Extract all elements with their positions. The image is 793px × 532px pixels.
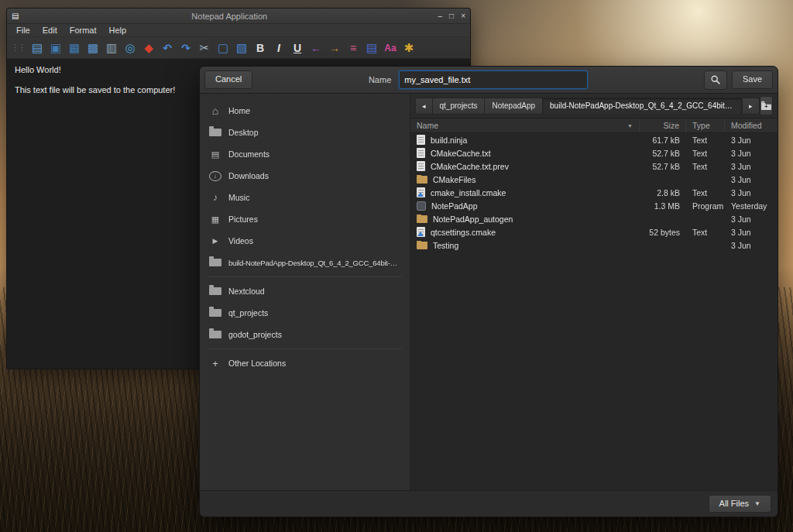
file-type: Text xyxy=(686,228,725,237)
align-lines-icon[interactable]: ≡ xyxy=(344,39,362,57)
breadcrumb-button[interactable]: build-NotePadApp-Desktop_Qt_6_4_2_GCC_64… xyxy=(543,98,743,115)
file-name: CMakeCache.txt xyxy=(431,149,491,158)
column-header-modified[interactable]: Modified xyxy=(725,118,778,132)
chevron-down-icon: ▼ xyxy=(754,500,760,508)
file-name: build.ninja xyxy=(431,136,467,145)
cut-icon[interactable]: ✂ xyxy=(195,39,214,57)
sidebar-item-label: Other Locations xyxy=(228,359,286,368)
file-type: Text xyxy=(686,149,725,158)
sidebar-item-pictures[interactable]: Pictures xyxy=(200,208,410,230)
underline-icon[interactable]: U xyxy=(288,39,307,57)
menu-item[interactable]: Edit xyxy=(36,25,64,36)
column-header-type[interactable]: Type xyxy=(686,118,725,132)
sidebar-item-build-debug[interactable]: build-NotePadApp-Desktop_Qt_6_4_2_GCC_64… xyxy=(200,252,410,273)
sort-descending-icon: ▼ xyxy=(627,123,633,129)
new-folder-icon: + xyxy=(760,101,772,111)
search-icon[interactable]: ◎ xyxy=(121,39,139,57)
toolbar-grip[interactable]: ⋮⋮ xyxy=(11,43,25,53)
notepad-titlebar[interactable]: ▤ Notepad Application – □ × xyxy=(7,9,470,24)
file-modified: Yesterday xyxy=(725,201,778,211)
sidebar-item-label: Downloads xyxy=(228,171,269,180)
save-file-dialog: Cancel Name Save Home xyxy=(199,66,778,517)
file-size: 52.7 kB xyxy=(640,149,686,158)
file-size: 1.3 MB xyxy=(640,201,686,211)
copy-icon[interactable]: ▢ xyxy=(214,39,232,57)
sidebar-item-desktop[interactable]: Desktop xyxy=(200,122,410,143)
print-icon[interactable]: ▥ xyxy=(102,39,121,57)
save-as-icon[interactable]: ▩ xyxy=(84,39,102,57)
sidebar-item-music[interactable]: Music xyxy=(200,187,410,208)
file-list: build.ninja 61.7 kB Text 3 Jun CMakeCach… xyxy=(410,133,778,252)
file-row[interactable]: NotePadApp_autogen 3 Jun xyxy=(410,212,778,225)
menu-item[interactable]: Format xyxy=(64,25,103,36)
open-folder-icon[interactable]: ▣ xyxy=(46,39,65,57)
file-modified: 3 Jun xyxy=(725,149,778,158)
folder-icon xyxy=(209,309,221,317)
dialog-bottom-bar: All Files ▼ xyxy=(200,490,778,517)
sidebar-item-qt-projects[interactable]: qt_projects xyxy=(200,302,410,324)
column-header-size[interactable]: Size xyxy=(640,118,686,132)
export-pdf-icon[interactable]: ◆ xyxy=(139,39,158,57)
file-row[interactable]: NotePadApp 1.3 MB Program Yesterday xyxy=(410,199,778,212)
save-button[interactable]: Save xyxy=(732,70,773,88)
file-row[interactable]: CMakeCache.txt.prev 52.7 kB Text 3 Jun xyxy=(410,160,778,173)
file-modified: 3 Jun xyxy=(725,136,778,145)
search-button[interactable] xyxy=(704,70,727,90)
sidebar-item-nextcloud[interactable]: Nextcloud xyxy=(200,280,410,302)
file-row[interactable]: Testing 3 Jun xyxy=(410,239,778,252)
save-icon[interactable]: ▦ xyxy=(65,39,84,57)
breadcrumb-button[interactable]: NotepadApp xyxy=(485,98,543,115)
new-folder-button[interactable]: + xyxy=(760,96,773,115)
file-size: 52 bytes xyxy=(640,228,686,237)
file-type-filter-dropdown[interactable]: All Files ▼ xyxy=(709,495,771,513)
forward-button[interactable]: ▸ xyxy=(743,98,760,115)
menu-item[interactable]: File xyxy=(10,25,36,36)
file-list-header: Name ▼ Size Type Modified xyxy=(410,118,778,133)
font-size-icon[interactable]: Aa xyxy=(381,39,400,57)
file-row[interactable]: cmake_install.cmake 2.8 kB Text 3 Jun xyxy=(410,186,778,199)
back-button[interactable]: ◂ xyxy=(415,98,433,115)
file-modified: 3 Jun xyxy=(725,175,778,184)
file-row[interactable]: qtcsettings.cmake 52 bytes Text 3 Jun xyxy=(410,225,778,239)
new-file-icon[interactable]: ▤ xyxy=(28,39,46,57)
program-icon xyxy=(417,201,426,211)
minimize-icon[interactable]: – xyxy=(438,12,443,20)
sidebar-item-videos[interactable]: Videos xyxy=(200,230,410,252)
sidebar-item-other-locations[interactable]: Other Locations xyxy=(200,352,410,374)
column-header-name[interactable]: Name ▼ xyxy=(410,118,640,132)
file-row[interactable]: build.ninja 61.7 kB Text 3 Jun xyxy=(410,133,778,146)
undo-icon[interactable]: ↶ xyxy=(158,39,177,57)
file-name: cmake_install.cmake xyxy=(431,188,506,197)
desktop-icon xyxy=(209,129,221,136)
file-list-empty-area[interactable] xyxy=(410,252,778,490)
sidebar-item-home[interactable]: Home xyxy=(200,100,410,122)
arrow-left-icon[interactable]: ← xyxy=(307,39,325,57)
paste-icon[interactable]: ▧ xyxy=(232,39,251,57)
sidebar-item-documents[interactable]: Documents xyxy=(200,143,410,165)
file-type: Text xyxy=(686,136,725,145)
document-icon[interactable]: ▤ xyxy=(362,39,381,57)
color-picker-icon[interactable]: ✱ xyxy=(400,39,418,57)
sidebar-item-label: Desktop xyxy=(228,128,259,137)
path-bar: ◂ qt_projects NotepadApp build-NotePadAp… xyxy=(410,94,778,118)
sidebar-item-downloads[interactable]: Downloads xyxy=(200,165,410,187)
bold-icon[interactable]: B xyxy=(251,39,269,57)
sidebar-item-godot-projects[interactable]: godot_projects xyxy=(200,324,410,345)
text-file-icon xyxy=(417,161,425,171)
file-row[interactable]: CMakeCache.txt 52.7 kB Text 3 Jun xyxy=(410,146,778,160)
maximize-icon[interactable]: □ xyxy=(449,12,454,20)
filename-input[interactable] xyxy=(399,70,588,89)
italic-icon[interactable]: I xyxy=(269,39,288,57)
breadcrumb-button[interactable]: qt_projects xyxy=(433,98,486,115)
menu-item[interactable]: Help xyxy=(103,25,133,36)
cmake-file-icon xyxy=(417,187,425,197)
file-name: NotePadApp xyxy=(431,201,478,211)
sidebar-item-label: Documents xyxy=(228,149,269,159)
cancel-button[interactable]: Cancel xyxy=(204,70,252,88)
file-name: Testing xyxy=(433,241,458,250)
file-row[interactable]: CMakeFiles 3 Jun xyxy=(410,173,778,186)
redo-icon[interactable]: ↷ xyxy=(177,39,195,57)
close-icon[interactable]: × xyxy=(461,12,465,20)
music-icon xyxy=(209,191,221,204)
arrow-right-icon[interactable]: → xyxy=(325,39,344,57)
